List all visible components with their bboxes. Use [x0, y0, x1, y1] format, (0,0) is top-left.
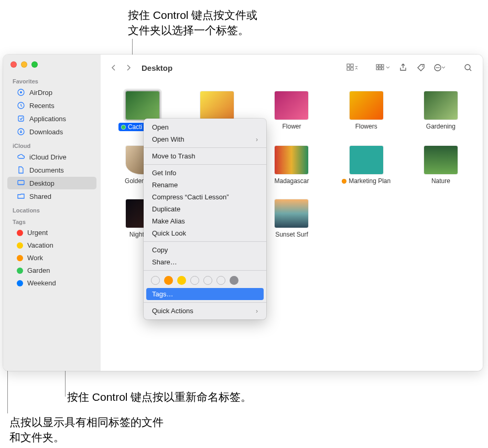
- sidebar-item-desktop[interactable]: Desktop: [7, 177, 96, 189]
- toolbar: Desktop: [101, 55, 483, 81]
- sidebar-item-downloads[interactable]: Downloads: [7, 125, 96, 138]
- sidebar-tag-garden[interactable]: Garden: [7, 264, 96, 276]
- window-controls: [3, 59, 101, 74]
- ctx-quick-look[interactable]: Quick Look: [144, 227, 266, 239]
- sidebar: Favorites AirDrop Recents Applications D…: [3, 55, 101, 371]
- ctx-tags[interactable]: Tags…: [146, 288, 264, 300]
- svg-point-20: [437, 67, 438, 68]
- svg-rect-6: [18, 184, 24, 185]
- file-label: Sunset Surf: [275, 231, 308, 238]
- tag-color-gray[interactable]: [230, 276, 238, 285]
- cloud-icon: [17, 153, 25, 161]
- file-thumbnail: [275, 199, 308, 228]
- file-thumbnail: [424, 146, 458, 174]
- file-item[interactable]: Marketing Plan: [334, 146, 399, 185]
- sidebar-item-label: Recents: [29, 102, 55, 110]
- file-thumbnail: [275, 91, 308, 120]
- sidebar-tag-urgent[interactable]: Urgent: [7, 227, 96, 239]
- separator: [144, 164, 266, 165]
- svg-rect-11: [376, 65, 378, 67]
- tag-dot-icon: [17, 280, 23, 286]
- sidebar-item-label: Shared: [29, 193, 51, 200]
- view-mode-button[interactable]: [344, 61, 361, 74]
- minimize-window-button[interactable]: [21, 61, 27, 68]
- tag-color-yellow[interactable]: [177, 276, 186, 285]
- sidebar-item-documents[interactable]: Documents: [7, 164, 96, 176]
- close-window-button[interactable]: [10, 61, 17, 68]
- share-button[interactable]: [396, 61, 410, 74]
- ctx-share[interactable]: Share…: [144, 256, 266, 268]
- svg-rect-12: [379, 65, 381, 67]
- ctx-get-info[interactable]: Get Info: [144, 167, 266, 179]
- shared-icon: [17, 192, 25, 200]
- ctx-make-alias[interactable]: Make Alias: [144, 215, 266, 227]
- ctx-compress[interactable]: Compress “Cacti Lesson”: [144, 191, 266, 203]
- file-item[interactable]: Madagascar: [259, 146, 324, 185]
- tag-color-empty[interactable]: [216, 276, 225, 285]
- tag-color-orange[interactable]: [164, 276, 173, 285]
- sidebar-header-tags: Tags: [3, 215, 101, 226]
- sidebar-tag-weekend[interactable]: Weekend: [7, 277, 96, 289]
- ctx-move-to-trash[interactable]: Move to Trash: [144, 150, 266, 162]
- sidebar-item-airdrop[interactable]: AirDrop: [7, 86, 96, 99]
- svg-rect-8: [351, 64, 353, 67]
- window-title: Desktop: [142, 63, 172, 72]
- file-item[interactable]: Nature: [408, 146, 473, 185]
- ctx-open[interactable]: Open: [144, 121, 266, 133]
- chevron-right-icon: ›: [256, 136, 258, 143]
- file-item[interactable]: Sunset Surf: [259, 199, 324, 238]
- group-by-button[interactable]: [374, 61, 393, 74]
- ctx-rename[interactable]: Rename: [144, 179, 266, 191]
- svg-rect-15: [382, 65, 384, 67]
- sidebar-item-icloud-drive[interactable]: iCloud Drive: [7, 151, 96, 163]
- back-button[interactable]: [108, 62, 120, 73]
- sidebar-item-label: AirDrop: [29, 89, 52, 97]
- sidebar-item-shared[interactable]: Shared: [7, 190, 96, 202]
- file-thumbnail: [126, 91, 159, 120]
- tag-dot-icon: [121, 125, 126, 130]
- sidebar-item-label: Garden: [27, 266, 50, 274]
- sidebar-item-recents[interactable]: Recents: [7, 99, 96, 112]
- tag-dot-icon: [17, 268, 23, 274]
- svg-rect-14: [379, 68, 381, 70]
- ctx-duplicate[interactable]: Duplicate: [144, 203, 266, 215]
- svg-rect-13: [376, 68, 378, 70]
- airdrop-icon: [17, 88, 25, 97]
- ctx-open-with[interactable]: Open With›: [144, 133, 266, 145]
- file-thumbnail: [424, 91, 458, 120]
- tag-color-none[interactable]: [151, 276, 160, 285]
- sidebar-item-applications[interactable]: Applications: [7, 112, 96, 125]
- svg-rect-9: [347, 68, 350, 70]
- main-pane: Desktop Cacti Lesson District Flo: [101, 55, 483, 371]
- file-item[interactable]: Flower: [259, 91, 324, 131]
- sidebar-header-favorites: Favorites: [3, 74, 101, 86]
- documents-icon: [17, 166, 25, 174]
- edit-tags-button[interactable]: [414, 61, 428, 74]
- finder-window: Favorites AirDrop Recents Applications D…: [3, 55, 483, 371]
- tag-dot-icon: [17, 230, 23, 236]
- svg-point-22: [465, 65, 470, 70]
- sidebar-item-label: Documents: [29, 166, 64, 174]
- recents-icon: [17, 101, 25, 110]
- fullscreen-window-button[interactable]: [31, 61, 38, 68]
- more-button[interactable]: [431, 61, 448, 74]
- sidebar-tag-work[interactable]: Work: [7, 252, 96, 264]
- file-label: Marketing Plan: [342, 177, 391, 185]
- svg-point-17: [422, 66, 423, 67]
- file-item[interactable]: Flowers: [334, 91, 399, 131]
- ctx-copy[interactable]: Copy: [144, 244, 266, 256]
- file-item[interactable]: Gardening: [408, 91, 473, 131]
- sidebar-item-label: Desktop: [29, 179, 55, 187]
- search-button[interactable]: [461, 61, 475, 74]
- file-label: Gardening: [426, 123, 456, 130]
- sidebar-tag-vacation[interactable]: Vacation: [7, 239, 96, 251]
- ctx-quick-actions[interactable]: Quick Actions›: [144, 305, 266, 317]
- tag-color-empty[interactable]: [190, 276, 199, 285]
- annotation-bottom: 点按以显示具有相同标签的文件 和文件夹。: [9, 414, 164, 445]
- forward-button[interactable]: [123, 62, 134, 73]
- tag-color-empty[interactable]: [203, 276, 212, 285]
- context-menu: Open Open With› Move to Trash Get Info R…: [144, 119, 266, 319]
- separator: [144, 147, 266, 148]
- separator: [144, 302, 266, 303]
- file-label: Nature: [431, 177, 450, 185]
